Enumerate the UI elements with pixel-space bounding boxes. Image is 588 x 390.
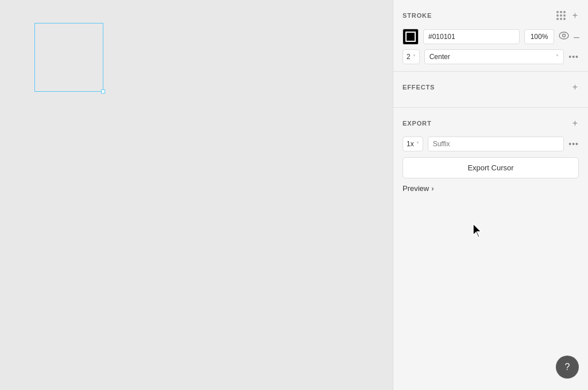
export-cursor-button[interactable]: Export Cursor	[403, 157, 579, 178]
effects-section: EFFECTS +	[393, 72, 588, 108]
preview-chevron: ›	[431, 184, 434, 193]
stroke-add-button[interactable]: +	[571, 9, 579, 22]
export-more-options[interactable]: •••	[568, 139, 579, 149]
stroke-actions: +	[556, 9, 579, 22]
stroke-position-value: Center	[430, 53, 450, 61]
svg-point-1	[563, 34, 566, 37]
preview-link[interactable]: Preview ›	[403, 184, 579, 193]
canvas-frame	[34, 23, 103, 92]
color-hex-input[interactable]	[423, 29, 520, 44]
stroke-options-row: 2 ˅ Center ˅ •••	[403, 49, 579, 64]
stroke-width-value: 2	[407, 53, 411, 61]
stroke-drag-icon	[556, 11, 566, 20]
color-swatch[interactable]	[403, 29, 419, 45]
canvas-area	[0, 0, 393, 390]
effects-add-button[interactable]: +	[571, 81, 579, 93]
help-button[interactable]: ?	[556, 356, 579, 379]
stroke-position-select[interactable]: Center ˅	[424, 49, 564, 64]
visibility-toggle[interactable]	[559, 32, 569, 42]
export-scale-chevron: ˅	[416, 141, 419, 147]
effects-title: EFFECTS	[403, 84, 435, 91]
export-scale-select[interactable]: 1x ˅	[403, 136, 423, 151]
preview-label: Preview	[403, 184, 429, 193]
effects-actions: +	[571, 81, 579, 93]
stroke-position-chevron: ˅	[556, 54, 559, 60]
opacity-input[interactable]	[524, 29, 554, 44]
export-add-button[interactable]: +	[571, 117, 579, 130]
stroke-width-chevron: ˅	[413, 54, 416, 60]
right-panel: STROKE + –	[393, 0, 588, 390]
stroke-remove-button[interactable]: –	[574, 32, 579, 42]
effects-section-header: EFFECTS +	[403, 81, 579, 93]
export-options-row: 1x ˅ •••	[403, 136, 579, 151]
stroke-section: STROKE + –	[393, 0, 588, 72]
export-suffix-input[interactable]	[428, 136, 564, 151]
export-section-header: EXPORT +	[403, 117, 579, 130]
stroke-color-row: –	[403, 29, 579, 45]
export-actions: +	[571, 117, 579, 130]
svg-point-0	[559, 32, 568, 39]
export-title: EXPORT	[403, 120, 432, 127]
stroke-title: STROKE	[403, 12, 432, 19]
export-scale-value: 1x	[407, 140, 414, 148]
stroke-more-options[interactable]: •••	[568, 52, 579, 61]
canvas-handle[interactable]	[101, 89, 105, 93]
export-section: EXPORT + 1x ˅ ••• Export Cursor Preview …	[393, 108, 588, 200]
stroke-width-select[interactable]: 2 ˅	[403, 49, 420, 64]
color-swatch-inner	[405, 32, 416, 42]
stroke-section-header: STROKE +	[403, 9, 579, 22]
